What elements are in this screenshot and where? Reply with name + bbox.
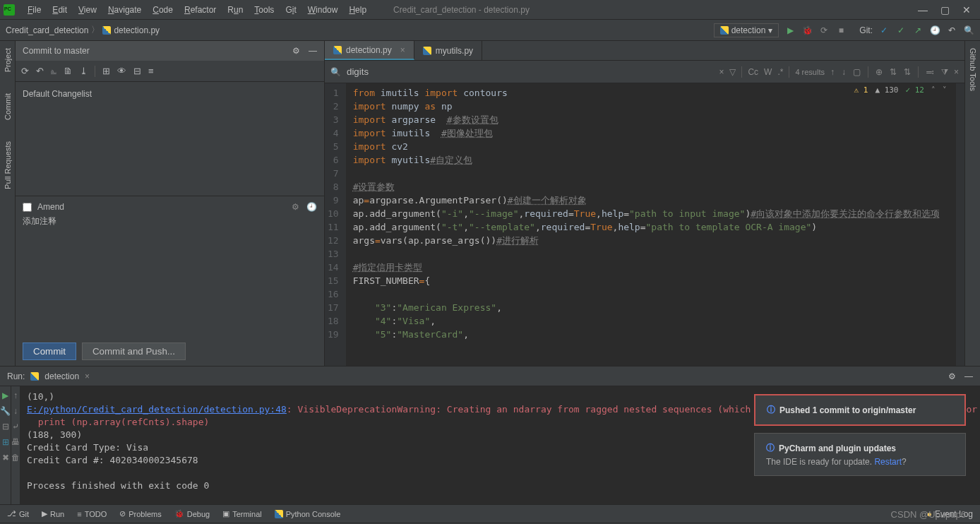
regex-icon[interactable]: .* [777,67,783,77]
todo-tool[interactable]: ≡ TODO [77,510,107,518]
inspection-error-icon[interactable]: ⚠ 1 [854,85,868,95]
menu-tools[interactable]: Tools [249,5,280,15]
menu-edit[interactable]: Edit [47,5,73,15]
up-icon[interactable]: ↑ [13,391,18,400]
soft-wrap-icon[interactable]: ⤶ [12,422,19,431]
git-tool[interactable]: ⎇ Git [7,509,29,518]
rollback-icon[interactable]: ↶ [946,25,957,36]
gear-icon[interactable]: ⚙ [292,202,299,212]
debug-button[interactable]: 🐞 [801,25,813,36]
menu-code[interactable]: Code [147,5,179,15]
words-icon[interactable]: W [764,67,772,77]
history-icon[interactable]: 🕘 [929,25,940,36]
hide-icon[interactable]: — [309,46,317,56]
search-input[interactable] [347,66,713,77]
down-icon[interactable]: ↓ [13,406,18,416]
hide-run-icon[interactable]: — [964,371,973,381]
show-icon[interactable]: 👁 [117,66,126,76]
menu-git[interactable]: Git [280,5,301,15]
github-tools-tab[interactable]: Github Tools [969,48,977,91]
diff-icon[interactable]: ⎁ [51,66,56,76]
commit-button[interactable]: Commit [23,343,76,360]
pull-requests-tab[interactable]: Pull Requests [4,141,12,189]
print-icon[interactable]: 🖶 [11,437,20,447]
history-icon[interactable]: 🕘 [306,202,317,212]
commit-tab[interactable]: Commit [4,93,12,120]
expand-icon[interactable]: ⊟ [133,66,141,76]
tab-close-icon[interactable]: × [400,45,405,55]
terminal-tool[interactable]: ▣ Terminal [222,509,262,518]
refresh-icon[interactable]: ⟳ [21,66,29,76]
settings-icon[interactable]: ≕ [926,67,934,77]
tab-detection[interactable]: detection.py × [325,41,414,60]
restart-link[interactable]: Restart [874,457,902,467]
close-output-icon[interactable]: ✖ [2,453,9,463]
code-content[interactable]: from imutils import contoursimport numpy… [346,83,956,366]
menu-file[interactable]: File [22,5,47,15]
run-settings-icon[interactable]: ⚙ [948,371,956,381]
filter-results-icon[interactable]: ⧩ [941,67,948,77]
python-console-tool[interactable]: Python Console [275,510,341,518]
match-case-icon[interactable]: Cc [748,67,758,77]
clear-search-icon[interactable]: × [719,67,724,77]
add-selection-icon[interactable]: ⊕ [876,67,883,77]
git-commit-icon[interactable]: ✓ [895,25,907,36]
close-run-tab-icon[interactable]: × [85,371,90,381]
inspection-typo-icon[interactable]: ✓ 12 [906,85,925,95]
default-changelist[interactable]: Default Changelist [23,86,317,102]
wrench-icon[interactable]: 🔧 [0,406,11,416]
run-button[interactable]: ▶ [784,25,796,36]
menu-window[interactable]: Window [302,5,344,15]
pin-icon[interactable]: ⊟ [2,422,9,431]
error-stripe[interactable] [956,83,964,366]
menu-refactor[interactable]: Refactor [179,5,222,15]
code-editor[interactable]: 12345678910111213141516171819 from imuti… [325,83,964,366]
run-tool[interactable]: ▶ Run [42,509,64,518]
problems-tool[interactable]: ⊘ Problems [119,509,161,518]
rerun-icon[interactable]: ▶ [2,391,8,400]
breadcrumb-project[interactable]: Credit_card_detection [6,25,88,35]
debug-tool[interactable]: 🐞 Debug [174,509,210,518]
prev-match-icon[interactable]: ↑ [830,67,835,77]
menu-run[interactable]: Run [222,5,249,15]
select-all-icon[interactable]: ▢ [853,67,861,77]
commit-message-input[interactable] [23,216,317,226]
amend-checkbox[interactable] [23,203,32,212]
project-tab[interactable]: Project [4,48,12,72]
update-notification[interactable]: ⓘ PyCharm and plugin updates The IDE is … [754,433,966,476]
tab-myutils[interactable]: myutils.py [414,41,482,60]
filter-icon[interactable]: ▽ [729,67,736,77]
trash-icon[interactable]: 🗑 [11,453,20,463]
collapse-icon[interactable]: ≡ [148,66,154,76]
inspection-warning-icon[interactable]: ▲ 130 [875,85,898,95]
shelf-icon[interactable]: ⤓ [80,66,88,76]
left-tool-gutter: Project Commit Pull Requests [0,41,16,366]
toggle-icon[interactable]: ⇅ [890,67,897,77]
close-button[interactable]: ✕ [962,4,971,16]
search-everywhere-icon[interactable]: 🔍 [963,25,974,36]
toggle2-icon[interactable]: ⇅ [904,67,911,77]
rollback-icon[interactable]: ↶ [36,66,44,76]
maximize-button[interactable]: ▢ [940,4,950,16]
next-match-icon[interactable]: ↓ [842,67,846,77]
minimize-button[interactable]: — [918,4,928,16]
menu-navigate[interactable]: Navigate [102,5,147,15]
breadcrumb-file[interactable]: detection.py [114,25,160,35]
git-push-icon[interactable]: ↗ [912,25,924,36]
chevron-down-icon[interactable]: ˅ [943,85,947,95]
group-icon[interactable]: ⊞ [102,66,110,76]
layout-icon[interactable]: ⊞ [2,437,9,447]
changelog-icon[interactable]: 🗎 [64,66,73,76]
coverage-button[interactable]: ⟳ [818,25,830,36]
commit-and-push-button[interactable]: Commit and Push... [82,343,186,360]
chevron-up-icon[interactable]: ˄ [931,85,936,95]
close-search-icon[interactable]: × [954,67,959,77]
changelist-area: Default Changelist [16,82,324,196]
menu-view[interactable]: View [73,5,102,15]
settings-icon[interactable]: ⚙ [292,46,300,56]
push-notification[interactable]: ⓘ Pushed 1 commit to origin/master [754,394,966,426]
stop-button[interactable]: ■ [835,25,847,36]
run-config-selector[interactable]: detection ▾ [714,23,779,37]
menu-help[interactable]: Help [343,5,372,15]
git-update-icon[interactable]: ✓ [878,25,890,36]
